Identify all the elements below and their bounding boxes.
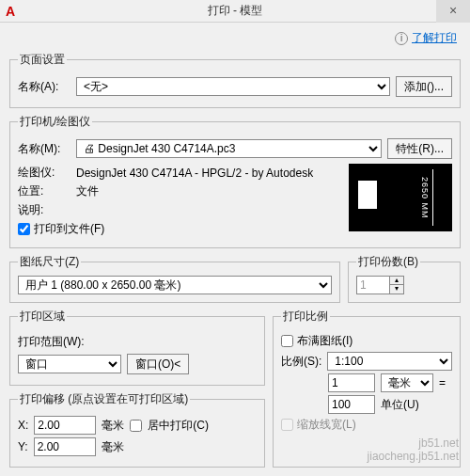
- title-bar: A 打印 - 模型 ×: [0, 0, 470, 23]
- plot-range-select[interactable]: 窗口: [18, 355, 121, 373]
- info-row: i 了解打印: [9, 28, 461, 52]
- plot-scale-group: 打印比例 布满图纸(I) 比例(S): 1:100 毫米 = 单位(U): [273, 309, 461, 468]
- offset-y-input[interactable]: [34, 437, 96, 456]
- plot-range-label: 打印范围(W):: [18, 334, 257, 350]
- printer-group: 打印机/绘图仪 名称(M): 🖨 DesignJet 430 C4714A.pc…: [9, 114, 461, 248]
- plot-area-legend: 打印区域: [18, 309, 67, 325]
- copies-legend: 打印份数(B): [356, 254, 420, 270]
- printer-name-label: 名称(M):: [18, 141, 70, 157]
- plot-offset-legend: 打印偏移 (原点设置在可打印区域): [18, 391, 190, 407]
- copies-input[interactable]: [356, 276, 390, 294]
- paper-size-group: 图纸尺寸(Z) 用户 1 (880.00 x 2650.00 毫米): [9, 254, 340, 303]
- spin-down-icon[interactable]: ▾: [390, 285, 403, 294]
- offset-x-label: X:: [18, 419, 28, 432]
- page-setup-group: 页面设置 名称(A): <无> 添加()...: [9, 52, 461, 108]
- scale-select[interactable]: 1:100: [327, 352, 452, 371]
- copies-group: 打印份数(B) ▴▾: [348, 254, 461, 303]
- offset-x-unit: 毫米: [102, 418, 124, 434]
- scale-lineweights-label: 缩放线宽(L): [297, 417, 356, 433]
- printer-properties-button[interactable]: 特性(R)...: [387, 138, 452, 159]
- plotter-label: 绘图仪:: [18, 165, 70, 181]
- fit-to-paper-checkbox[interactable]: [281, 335, 293, 347]
- scale-den-unit: 单位(U): [381, 397, 419, 413]
- scale-lineweights-checkbox: [281, 419, 293, 431]
- add-page-setup-button[interactable]: 添加()...: [396, 76, 452, 97]
- location-value: 文件: [76, 183, 99, 199]
- paper-size-select[interactable]: 用户 1 (880.00 x 2650.00 毫米): [18, 276, 332, 294]
- app-icon: A: [6, 4, 15, 19]
- fit-to-paper-label: 布满图纸(I): [297, 333, 352, 349]
- info-icon: i: [395, 32, 408, 45]
- paper-preview: 2650 MM: [349, 164, 452, 231]
- offset-x-input[interactable]: [34, 416, 96, 435]
- scale-label: 比例(S):: [281, 354, 321, 370]
- offset-y-label: Y:: [18, 440, 28, 453]
- equals-sign: =: [439, 376, 446, 389]
- learn-print-link[interactable]: 了解打印: [412, 30, 457, 46]
- center-plot-label: 居中打印(C): [148, 418, 209, 434]
- page-name-label: 名称(A):: [18, 79, 70, 95]
- window-pick-button[interactable]: 窗口(O)<: [127, 354, 189, 374]
- close-button[interactable]: ×: [436, 0, 470, 23]
- scale-denominator-input[interactable]: [328, 395, 375, 414]
- plot-to-file-label: 打印到文件(F): [34, 221, 104, 237]
- window-title: 打印 - 模型: [208, 3, 263, 19]
- copies-spinner[interactable]: ▴▾: [356, 276, 404, 294]
- plotter-value: DesignJet 430 C4714A - HPGL/2 - by Autod…: [76, 167, 313, 180]
- plot-area-group: 打印区域 打印范围(W): 窗口 窗口(O)<: [9, 309, 265, 386]
- printer-legend: 打印机/绘图仪: [18, 114, 92, 130]
- plot-scale-legend: 打印比例: [281, 309, 330, 325]
- scale-unit-select[interactable]: 毫米: [381, 373, 433, 392]
- plot-to-file-checkbox[interactable]: [18, 223, 30, 235]
- paper-size-legend: 图纸尺寸(Z): [18, 254, 81, 270]
- plot-offset-group: 打印偏移 (原点设置在可打印区域) X: 毫米 居中打印(C) Y: 毫米: [9, 391, 265, 468]
- center-plot-checkbox[interactable]: [130, 420, 142, 432]
- location-label: 位置:: [18, 183, 70, 199]
- page-name-select[interactable]: <无>: [76, 77, 390, 96]
- page-setup-legend: 页面设置: [18, 52, 67, 68]
- offset-y-unit: 毫米: [102, 439, 124, 455]
- description-label: 说明:: [18, 202, 70, 218]
- printer-name-select[interactable]: 🖨 DesignJet 430 C4714A.pc3: [76, 139, 382, 158]
- preview-dimension: 2650 MM: [420, 177, 430, 219]
- scale-numerator-input[interactable]: [328, 373, 375, 392]
